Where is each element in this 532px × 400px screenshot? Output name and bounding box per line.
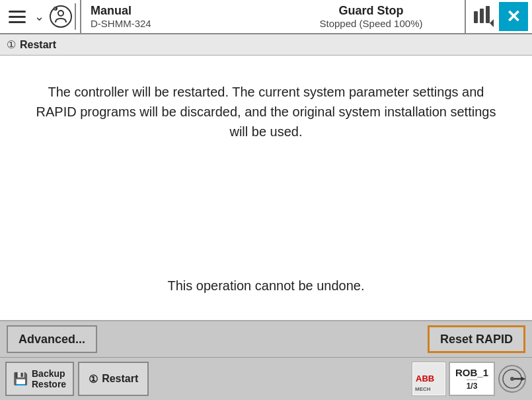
- hamburger-icon: [9, 11, 26, 23]
- main-content: The controller will be restarted. The cu…: [0, 56, 532, 320]
- bottom-bar: Advanced... Reset RAPID: [0, 320, 532, 357]
- backup-restore-button[interactable]: 💾 Backup Restore: [5, 362, 74, 396]
- rob-dial-icon: [498, 364, 527, 393]
- guard-status: Guard Stop: [339, 4, 404, 18]
- rob-info: ABB MECH ROB_1 1/3: [412, 362, 527, 396]
- operation-mode: Manual: [91, 4, 278, 18]
- rob-fraction: 1/3: [467, 380, 478, 391]
- abb-logo-icon: ABB MECH: [413, 363, 445, 395]
- signal-icon: [473, 6, 494, 27]
- header: ⌄ i Manual D-SHMM-324 Guard Stop Stopped…: [0, 0, 532, 34]
- reset-rapid-button[interactable]: Reset RAPID: [428, 325, 525, 353]
- svg-rect-6: [486, 6, 490, 23]
- svg-text:ABB: ABB: [416, 374, 434, 383]
- restart-subheader-icon: ①: [7, 38, 16, 51]
- svg-marker-7: [490, 19, 494, 27]
- rob-badge: ROB_1 1/3: [449, 362, 495, 396]
- device-name: D-SHMM-324: [91, 18, 278, 29]
- warning-message: The controller will be restarted. The cu…: [26, 82, 506, 141]
- rob-name: ROB_1: [455, 367, 488, 378]
- restart-footer-icon: ①: [89, 373, 98, 385]
- user-icon: i: [49, 5, 73, 28]
- subheader: ① Restart: [0, 34, 532, 56]
- chevron-down-icon[interactable]: ⌄: [34, 9, 44, 24]
- backup-restore-label: Backup Restore: [32, 368, 66, 389]
- close-button[interactable]: ✕: [499, 2, 528, 31]
- svg-rect-4: [474, 11, 478, 23]
- stopped-status: Stopped (Speed 100%): [320, 18, 423, 29]
- svg-point-15: [510, 377, 514, 381]
- restart-footer-button[interactable]: ① Restart: [78, 362, 149, 396]
- backup-icon: 💾: [13, 372, 28, 386]
- advanced-button[interactable]: Advanced...: [7, 325, 97, 353]
- header-status-section: Guard Stop Stopped (Speed 100%): [278, 0, 465, 33]
- user-info-button[interactable]: i: [47, 3, 76, 30]
- header-left-controls: ⌄ i: [0, 0, 81, 33]
- header-mode-section: Manual D-SHMM-324: [81, 0, 278, 33]
- footer: 💾 Backup Restore ① Restart ABB MECH ROB_…: [0, 357, 532, 400]
- undone-message: This operation cannot be undone.: [168, 278, 365, 294]
- subheader-title: Restart: [20, 39, 56, 51]
- close-icon: ✕: [506, 8, 521, 25]
- svg-text:MECH: MECH: [415, 386, 431, 392]
- restart-footer-label: Restart: [102, 373, 138, 385]
- abb-logo: ABB MECH: [412, 362, 446, 396]
- menu-button[interactable]: [4, 3, 30, 30]
- signal-button[interactable]: [470, 3, 496, 30]
- header-right-controls: ✕: [465, 0, 532, 33]
- svg-point-1: [58, 11, 63, 16]
- svg-rect-5: [480, 9, 484, 23]
